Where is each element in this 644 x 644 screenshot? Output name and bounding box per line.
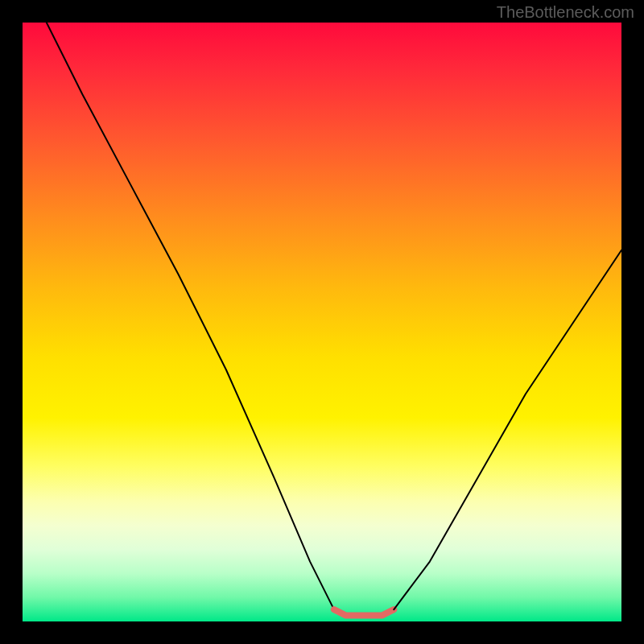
series-right-arm [394, 250, 621, 609]
series-group [47, 23, 621, 616]
plot-area [23, 23, 621, 621]
watermark-text: TheBottleneck.com [497, 3, 634, 22]
series-left-arm [47, 23, 334, 609]
chart-container: TheBottleneck.com [0, 0, 644, 644]
series-trough [334, 609, 394, 616]
curve-layer [23, 23, 621, 621]
